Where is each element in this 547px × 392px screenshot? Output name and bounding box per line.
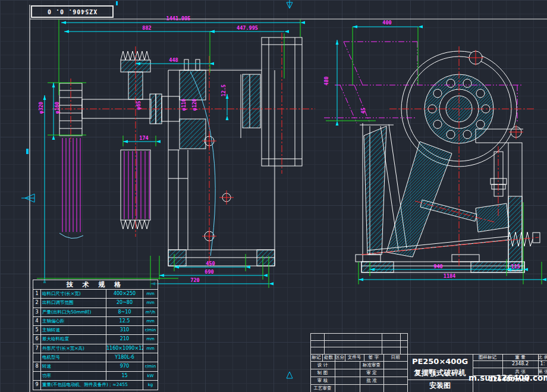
- dim-label: 12.5: [221, 84, 227, 96]
- spec-table: 技 术 规 格 1给料口尺寸(长×宽)400×250mm 2出料口调节范围20~…: [33, 280, 158, 390]
- table-row: 功率15kW: [33, 372, 158, 381]
- table-row: 8转速970r/min: [33, 362, 158, 371]
- tb-header: 图样标记: [473, 355, 502, 360]
- tb-role: 审 定: [360, 370, 383, 376]
- table-row: 2出料口调节范围20~80mm: [33, 299, 158, 308]
- dim-label: 450: [206, 261, 215, 266]
- dim-label: 480: [323, 76, 329, 85]
- extension-lines: [37, 20, 542, 288]
- table-row: 4主轴偏心距12.5mm: [33, 317, 158, 326]
- watermark-text-overlay: 126400.net: [489, 375, 529, 382]
- dim-label: 720: [190, 277, 199, 283]
- table-row: 9重量(不包括电动机、附件及备件)；≈2455kg: [33, 381, 158, 390]
- watermark: m.sun126400.com 126400.net: [469, 372, 547, 383]
- tb-header: 日期: [383, 355, 407, 360]
- dim-label: φ110: [181, 99, 187, 111]
- dim-label: 882: [142, 25, 151, 31]
- dim-label: φ320: [38, 102, 44, 114]
- tb-header: 重 量: [502, 355, 538, 360]
- tb-role: 工艺审查: [310, 385, 335, 391]
- tb-role: 制 图: [310, 370, 335, 376]
- dim-label: 448: [169, 57, 178, 63]
- tb-header: 区分: [335, 355, 345, 360]
- cad-canvas[interactable]: 1441.995 882 447.995 448 φ320 φ160 φ65 φ…: [0, 0, 547, 392]
- title-block: 标记 处数 区分 文件号 签 字 日期 设 计 制 图 审 核 工艺审查 标准审…: [310, 333, 547, 392]
- spec-table-title: 技 术 规 格: [33, 280, 158, 290]
- tb-header: 签 字: [364, 355, 383, 360]
- drawing-code-box: XZ5406. 0. 0: [31, 5, 114, 18]
- table-row: 电机型号Y180L-6: [33, 353, 158, 362]
- drawing-name: 安装图: [407, 380, 473, 392]
- dim-label: 447.995: [237, 25, 258, 31]
- table-row: 5主轴转速310r/min: [33, 326, 158, 335]
- dim-label: 400: [382, 20, 391, 26]
- tb-header: 标记: [310, 355, 322, 360]
- v-belts: [62, 138, 149, 232]
- table-row: 3产量(出料口为50mm时)8~10m³/h: [33, 308, 158, 317]
- tb-role: 批 准: [360, 378, 383, 384]
- tb-role: 审 核: [310, 378, 335, 384]
- tb-header: 比 例: [538, 355, 547, 360]
- product-name: 复摆颚式破碎机: [407, 367, 473, 379]
- right-view: [324, 42, 540, 272]
- tb-role: 标准审查: [360, 362, 383, 368]
- dim-label: 1184: [444, 273, 455, 279]
- tb-header: 文件号: [345, 355, 364, 360]
- table-row: 6最大给料粒度210mm: [33, 335, 158, 344]
- table-row: 7外形尺寸(长×宽×高)1160×1090×1245mm: [33, 344, 158, 353]
- left-view: [52, 33, 315, 268]
- tb-header: 处数: [322, 355, 335, 360]
- dim-label: 115: [511, 264, 520, 269]
- product-code: PE250×400G: [407, 355, 473, 368]
- centerlines-left: [52, 33, 315, 268]
- dim-label: φ160: [54, 102, 60, 114]
- dim-label: 690: [205, 269, 213, 275]
- dim-label: 174: [139, 135, 148, 141]
- table-row: 1给料口尺寸(长×宽)400×250mm: [33, 290, 158, 299]
- dim-label: 1441.995: [166, 15, 191, 21]
- tb-role: 设 计: [310, 362, 335, 368]
- drawing-code-text: XZ5406. 0. 0: [47, 8, 97, 15]
- dim-label: φ65: [136, 101, 142, 109]
- dim-label: φ120: [191, 99, 197, 111]
- weight-value: 2348.2: [502, 361, 538, 367]
- dim-label: 940: [433, 264, 442, 269]
- scale-value: 1:: [538, 361, 547, 367]
- dim-label: 45: [360, 108, 366, 114]
